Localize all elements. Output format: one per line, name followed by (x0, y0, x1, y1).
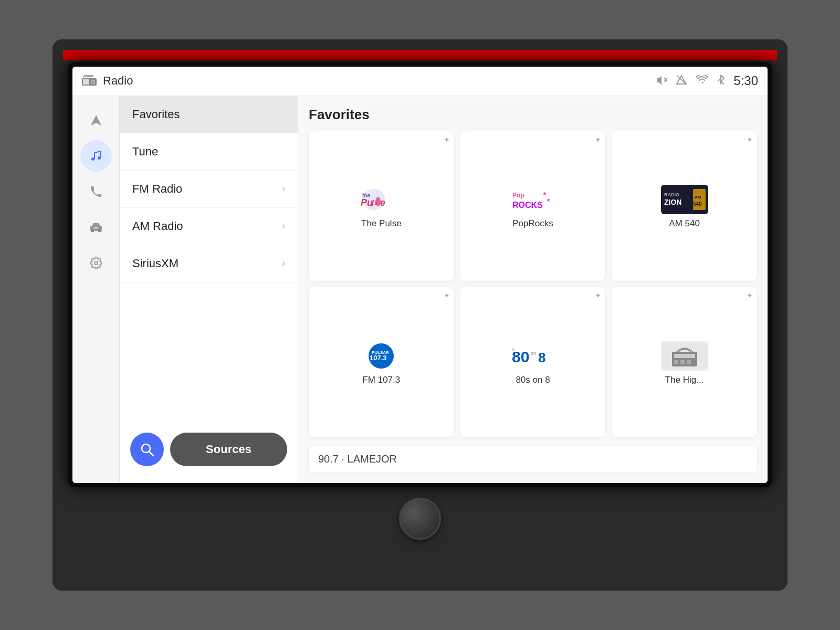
add-icon-pulse: ✦ (444, 135, 450, 144)
svg-text:★: ★ (539, 201, 542, 205)
svg-text:ZION: ZION (664, 198, 681, 206)
bluetooth-icon (717, 74, 725, 88)
top-bar: Radio (72, 67, 768, 96)
status-icons: 5:30 (656, 74, 758, 88)
svg-rect-52 (687, 360, 691, 364)
favorite-card-the-pulse[interactable]: ✦ the Pu l s (309, 131, 454, 281)
svg-point-15 (94, 261, 98, 265)
add-icon-poprocks: ✦ (595, 135, 601, 144)
left-menu: Favorites Tune FM Radio › AM Radio › Sir (120, 96, 298, 483)
dashboard-area (63, 487, 777, 591)
svg-rect-51 (680, 360, 685, 364)
search-button[interactable] (130, 433, 164, 466)
svg-text:Pop: Pop (512, 192, 524, 199)
svg-text:on: on (531, 351, 536, 356)
svg-text:★: ★ (547, 198, 550, 203)
card-logo-pulse: the Pu l s e (358, 185, 405, 214)
car-surround: Radio (52, 39, 788, 591)
clock-display: 5:30 (733, 74, 758, 88)
svg-text:Pu: Pu (361, 197, 373, 208)
card-logo-80son8: 80 on 8 S (509, 341, 556, 371)
now-playing-bar[interactable]: 90.7 · LAMEJOR (309, 446, 757, 472)
wifi-icon (696, 75, 708, 87)
favorite-card-am540[interactable]: ✦ RADIO ZION AM 540 (612, 131, 757, 281)
radio-icon (82, 74, 97, 88)
card-logo-poprocks: Pop ROCKS ★ ★ ★ (509, 185, 556, 214)
sidebar-nav-icon[interactable] (80, 104, 112, 136)
sources-button[interactable]: Sources (170, 433, 287, 466)
svg-point-3 (92, 81, 94, 83)
sidebar-vehicle-icon[interactable] (80, 212, 112, 243)
right-content: Favorites ✦ the Pu (298, 96, 768, 483)
svg-line-17 (149, 452, 153, 456)
menu-item-favorites[interactable]: Favorites (120, 96, 298, 133)
svg-rect-14 (94, 227, 98, 229)
favorite-card-80son8[interactable]: ✦ 80 on 8 S 80s on 8 (460, 287, 606, 437)
top-bar-left: Radio (82, 74, 133, 88)
svg-marker-10 (91, 115, 101, 125)
fm-radio-chevron: › (282, 183, 285, 194)
svg-text:RADIO: RADIO (664, 192, 679, 197)
svg-line-9 (677, 76, 686, 84)
menu-item-tune[interactable]: Tune (120, 133, 298, 171)
card-label-am540: AM 540 (669, 218, 700, 229)
card-label-thehigh: The Hig... (665, 375, 704, 385)
sidebar-icons (72, 96, 120, 483)
screen: Radio (72, 67, 768, 483)
card-logo-thehigh (661, 341, 708, 371)
card-label-pulse: The Pulse (361, 218, 402, 229)
favorites-title: Favorites (309, 107, 757, 123)
favorite-card-fm1073[interactable]: ✦ PULSAR 107.3 FM 107.3 (309, 287, 454, 437)
svg-rect-49 (674, 354, 695, 358)
card-label-80son8: 80s on 8 (516, 375, 550, 385)
sidebar-music-icon[interactable] (80, 140, 112, 172)
svg-text:★: ★ (542, 191, 547, 196)
no-navigation-icon (676, 75, 687, 88)
svg-text:e: e (380, 197, 385, 208)
page-title: Radio (103, 74, 133, 88)
main-content: Favorites Tune FM Radio › AM Radio › Sir (72, 96, 768, 483)
svg-rect-35 (693, 189, 706, 210)
mute-icon (656, 75, 667, 88)
now-playing-text: 90.7 · LAMEJOR (318, 453, 397, 465)
siriusxm-chevron: › (282, 258, 285, 269)
favorites-grid: ✦ the Pu l s (309, 131, 757, 437)
favorite-card-thehigh[interactable]: ✦ (612, 287, 757, 437)
menu-item-siriusxm[interactable]: SiriusXM › (120, 245, 298, 282)
favorite-card-poprocks[interactable]: ✦ Pop ROCKS ★ ★ ★ (460, 131, 606, 281)
svg-text:107.3: 107.3 (370, 354, 387, 362)
svg-rect-50 (674, 360, 678, 364)
svg-text:S: S (512, 347, 514, 352)
sticker-bar (63, 50, 777, 60)
am-radio-chevron: › (282, 220, 285, 232)
menu-item-fm-radio[interactable]: FM Radio › (120, 171, 298, 208)
add-icon-thehigh: ✦ (747, 291, 753, 300)
menu-bottom: Sources (120, 424, 298, 475)
volume-knob[interactable] (399, 498, 441, 540)
add-icon-am540: ✦ (747, 135, 753, 144)
svg-rect-4 (84, 75, 93, 77)
card-label-fm1073: FM 107.3 (362, 375, 400, 385)
menu-item-am-radio[interactable]: AM Radio › (120, 208, 298, 245)
svg-text:AM: AM (695, 195, 701, 200)
svg-text:8: 8 (538, 350, 545, 365)
svg-text:540: 540 (693, 201, 702, 207)
card-logo-fm1073: PULSAR 107.3 (358, 341, 405, 371)
add-icon-fm1073: ✦ (444, 291, 450, 300)
add-icon-80son8: ✦ (595, 291, 601, 300)
card-label-poprocks: PopRocks (512, 218, 553, 229)
screen-bezel: Radio (68, 62, 772, 487)
card-logo-am540: RADIO ZION AM 540 (661, 185, 708, 214)
sidebar-phone-icon[interactable] (80, 176, 112, 207)
sidebar-settings-icon[interactable] (80, 247, 112, 279)
svg-rect-1 (83, 79, 89, 85)
